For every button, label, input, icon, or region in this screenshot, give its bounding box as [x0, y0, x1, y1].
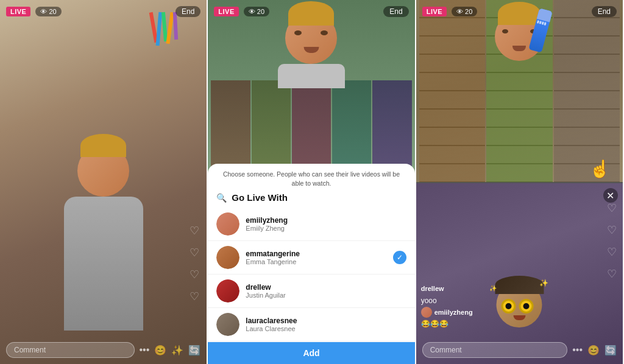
panel3-comment-bar: Comment ••• 😊 🔄	[422, 342, 617, 358]
heart-1: ♡	[190, 224, 199, 237]
user-item-emmatangerine[interactable]: emmatangerine Emma Tangerine ✓	[208, 241, 414, 275]
go-live-with-modal: Choose someone. People who can see their…	[208, 164, 414, 364]
flip-icon-1[interactable]: 🔄	[188, 345, 200, 356]
end-button-1[interactable]: End	[176, 6, 200, 17]
user-handle-emiilyzheng: emiilyzheng	[246, 216, 406, 225]
user-item-lauraclaresnee[interactable]: lauraclaresnee Laura Claresnee	[208, 308, 414, 341]
modal-title: Go Live With	[232, 192, 288, 203]
panel-1: LIVE 👁 20 End ♡ ♡ ♡ ♡ Comment ••• 😊 ✨ 🔄	[0, 0, 208, 364]
panel3-bottom-section: ✕ ✨ ✨	[416, 182, 623, 364]
user-info-emmatangerine: emmatangerine Emma Tangerine	[246, 250, 386, 265]
comment-input-3[interactable]: Comment	[422, 342, 568, 358]
user-handle-drellew: drellew	[246, 283, 406, 292]
end-button-2[interactable]: End	[383, 6, 408, 17]
heart-p3-2: ♡	[607, 223, 617, 237]
emoji-icon-1[interactable]: 😊	[154, 345, 166, 356]
eye-icon-2: 👁	[249, 8, 255, 15]
user-handle-emmatangerine: emmatangerine	[246, 250, 386, 258]
emoji-icon-3[interactable]: 😊	[587, 345, 600, 356]
avatar-drellew	[216, 279, 239, 303]
comment1-text: yooo	[421, 296, 437, 305]
user-info-drellew: drellew Justin Aguilar	[246, 283, 406, 299]
modal-subtitle: Choose someone. People who can see their…	[208, 164, 414, 190]
panel-2: LIVE 👁 20 End Choose someone. People who…	[208, 0, 416, 364]
user-info-lauraclaresnee: lauraclaresnee Laura Claresnee	[246, 317, 406, 332]
avatar-lauraclaresnee	[216, 313, 239, 336]
heart-2: ♡	[190, 246, 199, 259]
user-name-emiilyzheng: Emiily Zheng	[246, 225, 406, 232]
search-icon-modal[interactable]: 🔍	[216, 193, 227, 203]
panel-3: ☝️ LIVE 👁 20 End ✕	[416, 0, 624, 364]
panel3-top-section: ☝️	[416, 0, 623, 182]
comment2-user: emiilyzheng	[434, 309, 473, 316]
heart-p3-1: ♡	[607, 201, 617, 215]
viewer-count-2: 👁 20	[244, 7, 269, 16]
more-icon-3[interactable]: •••	[572, 345, 583, 355]
user-info-emiilyzheng: emiilyzheng Emiily Zheng	[246, 216, 406, 232]
flip-icon-3[interactable]: 🔄	[604, 345, 617, 356]
heart-4: ♡	[190, 290, 199, 303]
user-list: emiilyzheng Emiily Zheng emmatangerine E…	[208, 208, 414, 342]
live-badge-1: LIVE	[6, 7, 30, 16]
panel1-top-bar: LIVE 👁 20 End	[6, 6, 200, 17]
user-name-emmatangerine: Emma Tangerine	[246, 258, 386, 265]
effects-icon-1[interactable]: ✨	[171, 345, 183, 356]
add-button[interactable]: Add	[208, 342, 414, 364]
viewer-count-3: 👁 20	[452, 7, 477, 16]
user-item-drellew[interactable]: drellew Justin Aguilar	[208, 275, 414, 308]
avatar-emmatangerine	[216, 246, 239, 269]
user-item-emiilyzheng[interactable]: emiilyzheng Emiily Zheng	[208, 208, 414, 241]
panel3-top-bar: LIVE 👁 20 End	[422, 6, 617, 17]
comment-input-1[interactable]: Comment	[6, 342, 135, 358]
viewer-count-1: 👁 20	[35, 7, 61, 16]
panel1-comment-bar: Comment ••• 😊 ✨ 🔄	[6, 342, 200, 358]
heart-p3-3: ♡	[607, 245, 617, 259]
close-guest-button[interactable]: ✕	[603, 188, 618, 203]
hearts-panel1: ♡ ♡ ♡ ♡	[190, 224, 199, 303]
check-badge-emmatangerine: ✓	[393, 251, 406, 264]
avatar-emiilyzheng	[216, 212, 239, 236]
eye-icon-3: 👁	[456, 8, 463, 15]
heart-3: ♡	[190, 268, 199, 281]
end-button-3[interactable]: End	[592, 6, 617, 17]
user-name-drellew: Justin Aguilar	[246, 292, 406, 299]
comment2-text: 😂😂😂	[421, 320, 448, 328]
live-badge-3: LIVE	[422, 7, 447, 16]
heart-p3-4: ♡	[607, 267, 617, 281]
panel2-top-bar: LIVE 👁 20 End	[214, 6, 408, 17]
user-item-deitch[interactable]: Deitch Maud Deitch	[208, 341, 414, 342]
eye-icon-1: 👁	[40, 8, 47, 15]
modal-search-row: 🔍 Go Live With	[208, 190, 414, 208]
more-icon-1[interactable]: •••	[140, 345, 150, 355]
comment1-user: drellew	[421, 285, 444, 292]
user-name-lauraclaresnee: Laura Claresnee	[246, 325, 406, 332]
live-badge-2: LIVE	[214, 7, 238, 16]
user-handle-lauraclaresnee: lauraclaresnee	[246, 317, 406, 325]
